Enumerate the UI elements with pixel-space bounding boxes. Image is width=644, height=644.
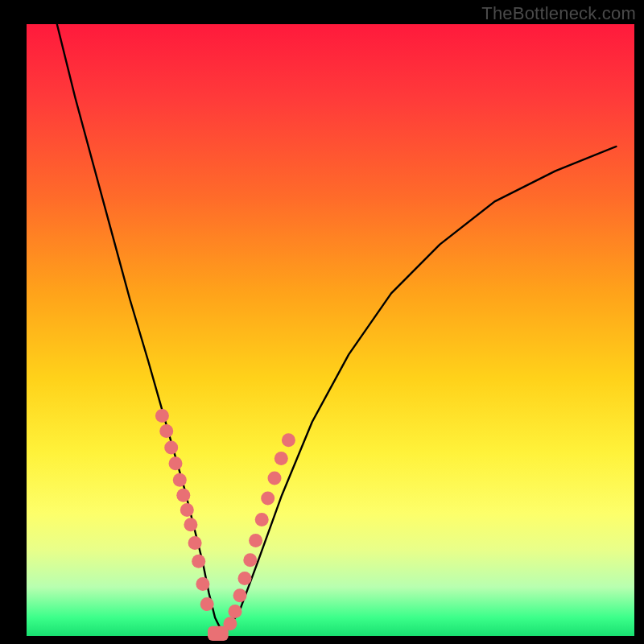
curve-dot-left	[169, 456, 183, 470]
curve-dot-left	[164, 440, 178, 454]
curve-dot-left	[188, 536, 202, 550]
curve-dot-left	[196, 577, 209, 591]
outer-frame: TheBottleneck.com	[0, 0, 644, 644]
curve-dot-left	[200, 597, 214, 611]
curve-dot-right	[243, 553, 257, 567]
curve-dot-left	[184, 518, 197, 531]
curve-dot-left	[180, 503, 194, 517]
curve-dot-right	[229, 605, 242, 618]
curve-dot-right	[233, 588, 247, 602]
curve-dot-left	[155, 409, 169, 423]
curve-dot-right	[249, 534, 262, 547]
curve-dot-left	[192, 555, 205, 568]
bottleneck-curve	[57, 24, 617, 630]
curve-dot-right	[261, 492, 275, 506]
curve-dot-right	[282, 433, 295, 447]
curve-dot-left	[159, 424, 173, 438]
curve-dot-left	[173, 473, 187, 487]
curve-dot-left	[176, 489, 190, 502]
curve-dot-right	[255, 513, 269, 526]
chart-overlay	[0, 0, 644, 644]
curve-dot-right	[275, 452, 288, 465]
curve-dot-right	[268, 471, 282, 485]
curve-bottom-bar	[208, 626, 229, 641]
curve-dot-right	[238, 572, 252, 585]
watermark-text: TheBottleneck.com	[481, 3, 636, 24]
